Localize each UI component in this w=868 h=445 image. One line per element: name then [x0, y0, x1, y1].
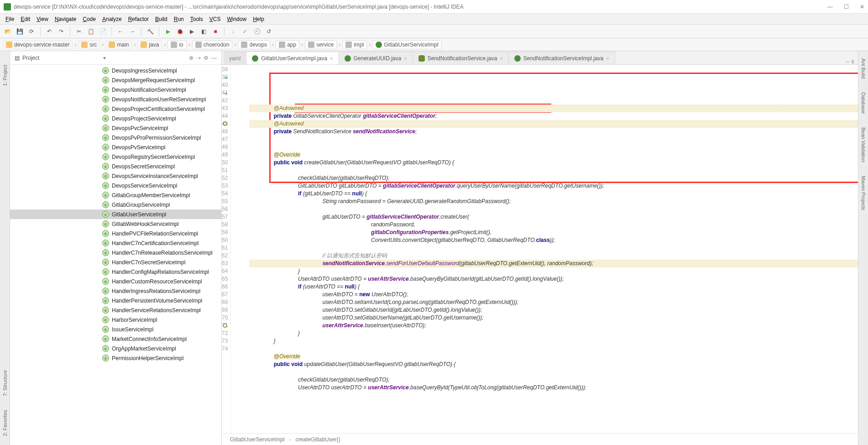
- override-icon[interactable]: [223, 323, 227, 328]
- menu-build[interactable]: Build: [152, 15, 170, 23]
- code-line[interactable]: @Override: [249, 353, 858, 361]
- tree-item-HandlerConfigMapRelationsServiceImpl[interactable]: HandlerConfigMapRelationsServiceImpl: [10, 267, 221, 277]
- code-line[interactable]: UserAttrDTO userAttrDTO = userAttrServic…: [249, 275, 858, 283]
- tree-item-MarketConnectInfoServiceImpl[interactable]: MarketConnectInfoServiceImpl: [10, 334, 221, 344]
- crumb-app[interactable]: app: [276, 40, 299, 49]
- code-line[interactable]: @Override: [249, 151, 858, 159]
- tab-GenerateUUID-java[interactable]: GenerateUUID.java×: [339, 52, 413, 64]
- tree-item-DevopsPvServiceImpl[interactable]: DevopsPvServiceImpl: [10, 142, 221, 152]
- menu-help[interactable]: Help: [250, 15, 267, 23]
- code-line[interactable]: userAttrDTO.setIamUserId(Long.parseLong(…: [249, 298, 858, 306]
- forward-icon[interactable]: →: [127, 26, 137, 37]
- code-line[interactable]: }: [249, 330, 858, 337]
- tab-overflow-icon[interactable]: ↔ 6: [845, 59, 858, 64]
- tree-item-DevopsSecretServiceImpl[interactable]: DevopsSecretServiceImpl: [10, 162, 221, 171]
- code-line[interactable]: UserAttrDTO userAttrDTO = userAttrServic…: [249, 384, 858, 392]
- undo-icon[interactable]: ↶: [44, 26, 54, 37]
- code-line[interactable]: checkGitlabUser(gitlabUserReqDTO);: [249, 376, 858, 384]
- tree-item-DevopsNotificationUserRelServiceImpl[interactable]: DevopsNotificationUserRelServiceImpl: [10, 94, 221, 104]
- vcs-commit-icon[interactable]: ✓: [240, 26, 250, 37]
- crumb-main[interactable]: main: [105, 40, 132, 49]
- tree-item-HandlerPersistentVolumeServiceImpl[interactable]: HandlerPersistentVolumeServiceImpl: [10, 296, 221, 305]
- code-line[interactable]: userAttrDTO.setGitlabUserId(gitLabUserDT…: [249, 306, 858, 314]
- code-line[interactable]: gitLabUserDTO = gitlabServiceClientOpera…: [249, 213, 858, 221]
- hide-icon[interactable]: —: [211, 55, 217, 61]
- tab-partial[interactable]: yaml: [224, 52, 246, 64]
- tree-item-DevopsProjectCertificationServiceImpl[interactable]: DevopsProjectCertificationServiceImpl: [10, 104, 221, 114]
- cut-icon[interactable]: ✂: [74, 26, 84, 37]
- status-crumb-method[interactable]: createGitlabUser(): [295, 436, 340, 443]
- copy-icon[interactable]: 📋: [86, 26, 96, 37]
- status-crumb-class[interactable]: GitlabUserServiceImpl: [230, 436, 284, 443]
- sidebar-title[interactable]: Project: [22, 55, 100, 61]
- code-line[interactable]: [249, 143, 858, 151]
- crumb-impl[interactable]: impl: [342, 40, 367, 49]
- close-tab-icon[interactable]: ×: [404, 56, 407, 61]
- menu-run[interactable]: Run: [171, 15, 187, 23]
- tree-item-GitlabWebHookServiceImpl[interactable]: GitlabWebHookServiceImpl: [10, 219, 221, 229]
- tree-item-DevopsNotificationServiceImpl[interactable]: DevopsNotificationServiceImpl: [10, 85, 221, 94]
- refresh-icon[interactable]: ⟳: [26, 26, 37, 37]
- close-tab-icon[interactable]: ×: [500, 56, 502, 61]
- tree-item-GitlabUserServiceImpl[interactable]: GitlabUserServiceImpl: [10, 209, 221, 219]
- code-line[interactable]: [249, 244, 858, 252]
- code-line[interactable]: [249, 136, 858, 143]
- build-icon[interactable]: 🔨: [145, 26, 155, 37]
- tree-item-DevopsProjectServiceImpl[interactable]: DevopsProjectServiceImpl: [10, 114, 221, 123]
- crumb-io[interactable]: io: [167, 40, 186, 49]
- tree-item-DevopsServiceInstanceServiceImpl[interactable]: DevopsServiceInstanceServiceImpl: [10, 171, 221, 181]
- close-tab-icon[interactable]: ×: [606, 56, 609, 61]
- stop-icon[interactable]: ■: [210, 26, 220, 37]
- open-icon[interactable]: 📂: [3, 26, 13, 37]
- code-line[interactable]: }: [249, 337, 858, 345]
- maximize-icon[interactable]: ☐: [844, 4, 849, 10]
- code-line[interactable]: ConvertUtils.convertObject(gitlabUserReq…: [249, 236, 858, 244]
- close-tab-icon[interactable]: ×: [330, 56, 333, 61]
- locate-icon[interactable]: ⊕: [189, 55, 193, 61]
- tree-item-HandlePVCFileRelationServiceImpl[interactable]: HandlePVCFileRelationServiceImpl: [10, 229, 221, 238]
- rail-database[interactable]: Database: [861, 92, 866, 114]
- tree-item-GitlabGroupServiceImpl[interactable]: GitlabGroupServiceImpl: [10, 200, 221, 209]
- vcs-history-icon[interactable]: 🕘: [252, 26, 262, 37]
- code-area[interactable]: 使用随机密码？？？ @Autowired private GitlabServi…: [231, 65, 858, 433]
- menu-window[interactable]: Window: [224, 15, 249, 23]
- run2-icon[interactable]: ▶: [187, 26, 197, 37]
- code-line[interactable]: GitLabUserDTO gitLabUserDTO = gitlabServ…: [249, 182, 858, 190]
- run-icon[interactable]: ▶: [163, 26, 173, 37]
- vcs-pull-icon[interactable]: ↓: [228, 26, 238, 37]
- code-line[interactable]: private SendNotificationService sendNoti…: [249, 128, 858, 136]
- menu-edit[interactable]: Edit: [18, 15, 33, 23]
- back-icon[interactable]: ←: [115, 26, 125, 37]
- rail-ant[interactable]: Ant Build: [861, 58, 866, 79]
- tree-item-HandlerCustomResourceServiceImpl[interactable]: HandlerCustomResourceServiceImpl: [10, 277, 221, 286]
- menu-refactor[interactable]: Refactor: [125, 15, 152, 23]
- redo-icon[interactable]: ↷: [56, 26, 66, 37]
- paste-icon[interactable]: 📄: [98, 26, 108, 37]
- tree-item-DevopsPvProPermissionServiceImpl[interactable]: DevopsPvProPermissionServiceImpl: [10, 133, 221, 142]
- settings-icon[interactable]: ⚙: [204, 55, 209, 61]
- code-line[interactable]: if (gitLabUserDTO == null) {: [249, 190, 858, 198]
- tree-item-PermissionHelperServiceImpl[interactable]: PermissionHelperServiceImpl: [10, 353, 221, 363]
- menu-analyze[interactable]: Analyze: [99, 15, 125, 23]
- autowired-nav-icon[interactable]: ➜: [223, 89, 227, 94]
- tree-item-HandlerC7nSecretServiceImpl[interactable]: HandlerC7nSecretServiceImpl: [10, 257, 221, 267]
- tree-item-HandlerC7nReleaseRelationsServiceImpl[interactable]: HandlerC7nReleaseRelationsServiceImpl: [10, 248, 221, 257]
- tree-item-GitlabGroupMemberServiceImpl[interactable]: GitlabGroupMemberServiceImpl: [10, 190, 221, 200]
- menu-file[interactable]: File: [3, 15, 17, 23]
- code-line[interactable]: @Autowired: [249, 120, 858, 128]
- autowired-nav-icon[interactable]: ➜: [223, 74, 227, 79]
- code-line[interactable]: userAttrDTO = new UserAttrDTO();: [249, 291, 858, 298]
- tree-item-HandlerServiceRelationsServiceImpl[interactable]: HandlerServiceRelationsServiceImpl: [10, 305, 221, 315]
- override-icon[interactable]: [223, 121, 227, 126]
- tab-SendNotificationService-java[interactable]: SendNotificationService.java×: [413, 52, 509, 64]
- minimize-icon[interactable]: —: [827, 4, 833, 10]
- crumb-devops-service-master[interactable]: devops-service-master: [3, 40, 73, 49]
- project-tree[interactable]: DevopsIngressServiceImplDevopsMergeReque…: [10, 65, 221, 445]
- rail-project[interactable]: 1: Project: [2, 65, 8, 86]
- tree-item-HarborServiceImpl[interactable]: HarborServiceImpl: [10, 315, 221, 325]
- rail-favorites[interactable]: 2: Favorites: [2, 410, 8, 436]
- tree-item-IssueServiceImpl[interactable]: IssueServiceImpl: [10, 325, 221, 334]
- menu-tools[interactable]: Tools: [188, 15, 206, 23]
- code-line[interactable]: private GitlabServiceClientOperator gitl…: [249, 112, 858, 120]
- collapse-icon[interactable]: ⇢: [196, 55, 201, 61]
